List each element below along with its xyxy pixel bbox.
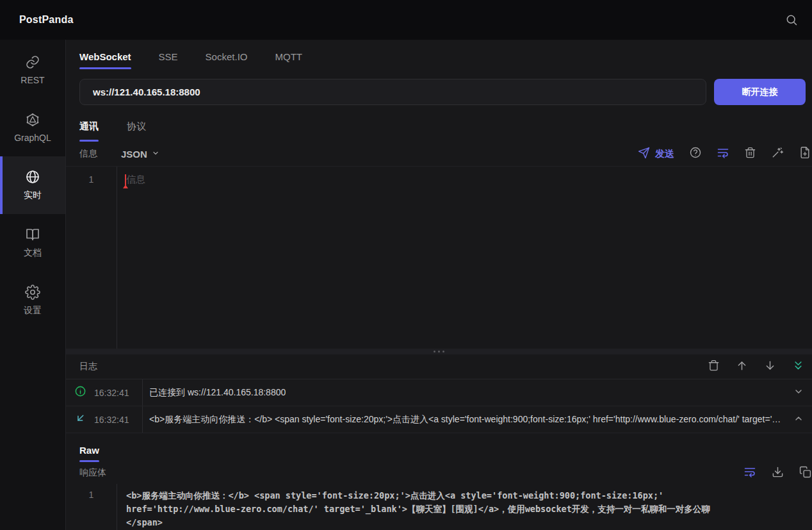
sidebar-item-settings[interactable]: 设置 <box>0 272 65 329</box>
sidebar-item-label: 文档 <box>24 247 42 259</box>
panel-resize-handle[interactable] <box>66 349 812 354</box>
search-button[interactable] <box>785 13 798 26</box>
log-timestamp: 16:32:41 <box>94 406 142 433</box>
word-wrap-button[interactable] <box>743 465 756 481</box>
ws-url-input[interactable] <box>79 79 706 105</box>
sidebar-item-label: GraphQL <box>14 133 51 143</box>
download-button[interactable] <box>772 466 784 481</box>
message-toolbar: 信息 JSON 发送 <box>66 142 812 166</box>
log-title: 日志 <box>79 361 97 372</box>
message-label: 信息 <box>79 148 97 160</box>
disconnect-button[interactable]: 断开连接 <box>714 79 806 105</box>
tab-websocket[interactable]: WebSocket <box>79 43 131 69</box>
arrow-down-left-icon <box>75 413 86 426</box>
tab-communication[interactable]: 通讯 <box>79 120 99 142</box>
sidebar-item-label: 实时 <box>24 190 42 201</box>
scroll-up-button[interactable] <box>736 360 748 374</box>
log-row-received[interactable]: 16:32:41 <b>服务端主动向你推送：</b> <span style='… <box>66 406 812 433</box>
search-icon <box>785 13 798 26</box>
app-window: PostPanda REST GraphQL <box>0 0 812 530</box>
code-line: href='http://www.blue-zero.com/chat/' ta… <box>126 504 710 514</box>
tab-raw[interactable]: Raw <box>79 437 99 462</box>
link-icon <box>25 54 40 70</box>
scroll-down-button[interactable] <box>764 360 776 374</box>
log-message: <b>服务端主动向你推送：</b> <span style='font-size… <box>149 414 785 426</box>
globe-icon <box>25 169 40 185</box>
connection-bar: 断开连接 <box>66 69 812 105</box>
send-label: 发送 <box>655 148 674 160</box>
editor-line-number: 1 <box>66 167 117 349</box>
editor-content[interactable]: 信息 <box>117 167 812 349</box>
log-timestamp: 16:32:41 <box>94 379 142 406</box>
sidebar-item-label: 设置 <box>24 305 42 317</box>
send-icon <box>638 147 650 161</box>
chevron-down-icon <box>152 148 159 160</box>
sidebar-item-realtime[interactable]: 实时 <box>0 156 65 214</box>
log-row-connected[interactable]: 16:32:41 已连接到 ws://121.40.165.18:8800 <box>66 379 812 406</box>
response-line-number: 1 <box>66 484 117 530</box>
editor-placeholder: 信息 <box>126 174 145 185</box>
app-title: PostPanda <box>19 14 74 26</box>
auto-scroll-toggle[interactable] <box>792 360 804 374</box>
gear-icon <box>25 285 40 300</box>
response-body[interactable]: 1 <b>服务端主动向你推送：</b> <span style='font-si… <box>66 484 812 530</box>
copy-button[interactable] <box>799 466 811 481</box>
clear-log-button[interactable] <box>708 360 720 374</box>
tab-sse[interactable]: SSE <box>159 43 178 69</box>
sidebar: REST GraphQL 实时 文档 <box>0 40 66 530</box>
editor-cursor <box>125 174 126 185</box>
code-line: <b>服务端主动向你推送：</b> <span style='font-size… <box>126 490 663 501</box>
format-select[interactable]: JSON <box>121 148 159 160</box>
chevron-up-icon <box>793 413 804 426</box>
sidebar-item-graphql[interactable]: GraphQL <box>0 99 65 156</box>
tab-mqtt[interactable]: MQTT <box>275 43 302 69</box>
info-icon <box>74 385 86 400</box>
message-editor[interactable]: 1 信息 <box>66 166 812 349</box>
code-line: </span> <box>126 517 163 527</box>
sidebar-item-rest[interactable]: REST <box>0 41 65 99</box>
send-button[interactable]: 发送 <box>638 147 674 161</box>
response-tabs: Raw <box>66 433 812 462</box>
log-message: 已连接到 ws://121.40.165.18:8800 <box>149 387 286 399</box>
book-icon <box>25 227 40 242</box>
tab-socketio[interactable]: Socket.IO <box>206 43 248 69</box>
response-toolbar: 响应体 <box>66 462 812 484</box>
comm-tabs: 通讯 协议 <box>66 105 812 142</box>
log-header: 日志 <box>66 354 812 379</box>
file-plus-button[interactable] <box>799 146 811 161</box>
word-wrap-button[interactable] <box>717 146 729 161</box>
format-value: JSON <box>121 149 147 160</box>
graphql-icon <box>25 112 40 128</box>
main-panel: WebSocket SSE Socket.IO MQTT 断开连接 通讯 协议 … <box>66 40 812 530</box>
help-button[interactable] <box>689 146 702 161</box>
sidebar-item-label: REST <box>20 75 44 85</box>
sidebar-item-docs[interactable]: 文档 <box>0 214 65 272</box>
protocol-tabs: WebSocket SSE Socket.IO MQTT <box>66 40 812 69</box>
chevron-down-icon <box>793 386 804 399</box>
expand-row-button[interactable] <box>785 379 812 406</box>
clear-message-button[interactable] <box>744 147 756 161</box>
response-body-label: 响应体 <box>79 467 106 479</box>
top-bar: PostPanda <box>0 0 812 40</box>
tab-protocol[interactable]: 协议 <box>127 120 146 142</box>
collapse-row-button[interactable] <box>785 406 812 433</box>
format-beautify-button[interactable] <box>771 146 784 161</box>
response-code: <b>服务端主动向你推送：</b> <span style='font-size… <box>117 484 812 530</box>
